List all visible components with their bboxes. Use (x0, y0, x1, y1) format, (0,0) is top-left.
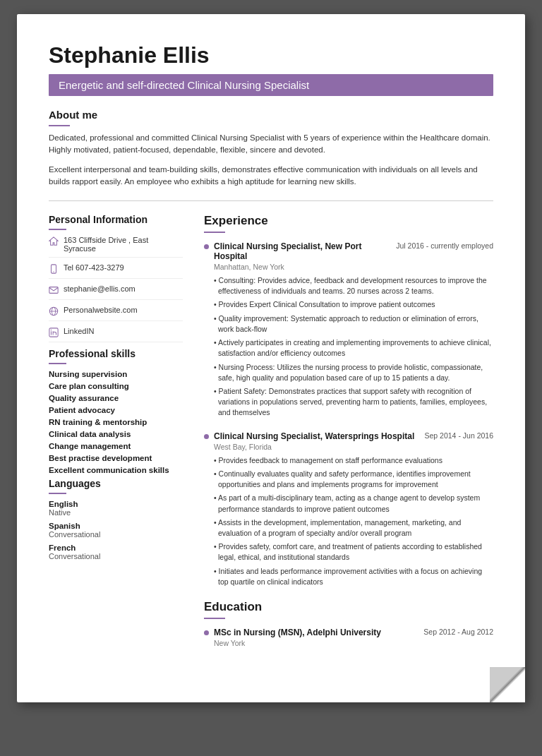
info-linkedin: LinkedIN (49, 327, 183, 342)
about-divider (49, 125, 70, 126)
svg-point-8 (51, 330, 52, 330)
exp-bullet-1-4: Actively participates in creating and im… (214, 337, 493, 359)
lang-english: English Native (49, 500, 183, 517)
svg-point-1 (53, 271, 54, 272)
skill-1: Nursing supervision (49, 370, 183, 378)
linkedin-text: LinkedIN (64, 327, 94, 335)
personal-info-section: Personal Information 163 Cliffside Drive… (49, 214, 183, 342)
about-title: About me (49, 109, 493, 121)
exp-date-2: Sep 2014 - Jun 2016 (425, 431, 494, 440)
experience-title: Experience (204, 214, 493, 228)
skills-section: Professional skills Nursing supervision … (49, 348, 183, 474)
exp-date-1: Jul 2016 - currently employed (396, 241, 493, 250)
personal-info-title: Personal Information (49, 214, 183, 225)
exp-bullet-1-5: Nursing Process: Utilizes the nursing pr… (214, 362, 493, 383)
about-para-1: Dedicated, professional and committed Cl… (49, 132, 493, 157)
info-phone: Tel 607-423-3279 (49, 263, 183, 279)
skill-3: Quality assurance (49, 394, 183, 402)
two-col-layout: Personal Information 163 Cliffside Drive… (49, 214, 493, 660)
edu-degree-1: MSc in Nursing (MSN), Adelphi University (214, 628, 423, 637)
edu-entry-1: MSc in Nursing (MSN), Adelphi University… (204, 628, 493, 647)
experience-section: Experience Clinical Nursing Specialist, … (204, 214, 493, 587)
skills-divider (49, 363, 66, 364)
lang-spanish: Spanish Conversational (49, 522, 183, 539)
info-website: Personalwebsite.com (49, 306, 183, 321)
exp-bullet-2-1: Provides feedback to management on staff… (214, 455, 493, 466)
right-column: Experience Clinical Nursing Specialist, … (204, 214, 493, 660)
languages-divider (49, 493, 66, 494)
skill-5: RN training & mentorship (49, 418, 183, 426)
about-para-2: Excellent interpersonal and team-buildin… (49, 164, 493, 188)
about-section: About me Dedicated, professional and com… (49, 109, 493, 188)
exp-location-1: Manhattan, New York (214, 263, 493, 271)
skill-8: Best practise development (49, 454, 183, 462)
exp-bullet-2-2: Continually evaluates quality and safety… (214, 469, 493, 490)
exp-bullet-1-3: Quality improvement: Systematic approach… (214, 313, 493, 335)
linkedin-icon (49, 328, 59, 337)
personal-info-divider (49, 229, 66, 230)
exp-job-title-1: Clinical Nursing Specialist, New Port Ho… (214, 241, 396, 261)
resume-page: Stephanie Ellis Energetic and self-direc… (17, 14, 525, 702)
exp-bullet-2-6: Initiates and leads performance improvem… (214, 566, 493, 587)
skills-title: Professional skills (49, 348, 183, 359)
exp-location-2: West Bay, Florida (214, 443, 493, 451)
email-text: stephanie@ellis.com (64, 284, 136, 293)
email-icon (49, 285, 59, 295)
left-column: Personal Information 163 Cliffside Drive… (49, 214, 183, 660)
home-icon (49, 236, 59, 246)
education-title: Education (204, 600, 493, 614)
exp-header-1: Clinical Nursing Specialist, New Port Ho… (214, 241, 493, 261)
svg-rect-2 (49, 287, 58, 294)
info-address: 163 Cliffside Drive , East Syracuse (49, 236, 183, 258)
skill-2: Care plan consulting (49, 382, 183, 390)
edu-header-1: MSc in Nursing (MSN), Adelphi University… (214, 628, 493, 637)
address-text: 163 Cliffside Drive , East Syracuse (64, 236, 183, 253)
header-section: Stephanie Ellis Energetic and self-direc… (49, 42, 493, 96)
education-section: Education MSc in Nursing (MSN), Adelphi … (204, 600, 493, 647)
skill-4: Patient advocacy (49, 406, 183, 414)
edu-date-1: Sep 2012 - Aug 2012 (423, 628, 493, 636)
experience-divider (204, 232, 225, 233)
exp-bullet-1-1: Consulting: Provides advice, feedback an… (214, 275, 493, 296)
edu-location-1: New York (214, 639, 493, 647)
exp-job-title-2: Clinical Nursing Specialist, Waterspring… (214, 431, 425, 441)
skill-7: Change management (49, 442, 183, 450)
phone-text: Tel 607-423-3279 (64, 263, 124, 272)
exp-bullet-1-2: Provides Expert Clinical Consultation to… (214, 299, 493, 310)
web-icon (49, 306, 59, 316)
exp-bullet-2-3: As part of a multi-disciplinary team, ac… (214, 493, 493, 514)
exp-bullet-2-5: Provides safety, comfort care, and treat… (214, 541, 493, 563)
education-divider (204, 618, 225, 619)
subtitle-bar: Energetic and self-directed Clinical Nur… (49, 74, 493, 96)
languages-section: Languages English Native Spanish Convers… (49, 478, 183, 560)
languages-title: Languages (49, 478, 183, 489)
skill-6: Clinical data analysis (49, 430, 183, 438)
info-email: stephanie@ellis.com (49, 284, 183, 300)
exp-entry-2: Clinical Nursing Specialist, Waterspring… (204, 431, 493, 587)
website-text: Personalwebsite.com (64, 306, 138, 314)
exp-entry-1: Clinical Nursing Specialist, New Port Ho… (204, 241, 493, 419)
phone-icon (49, 264, 59, 274)
exp-bullet-2-4: Assists in the development, implementati… (214, 517, 493, 539)
skill-9: Excellent communication skills (49, 466, 183, 474)
page-number: 2/2 (500, 683, 511, 692)
main-divider (49, 200, 493, 201)
exp-header-2: Clinical Nursing Specialist, Waterspring… (214, 431, 493, 441)
candidate-name: Stephanie Ellis (49, 42, 493, 68)
lang-french: French Conversational (49, 544, 183, 560)
exp-bullet-1-6: Patient Safety: Demonstrates practices t… (214, 386, 493, 419)
